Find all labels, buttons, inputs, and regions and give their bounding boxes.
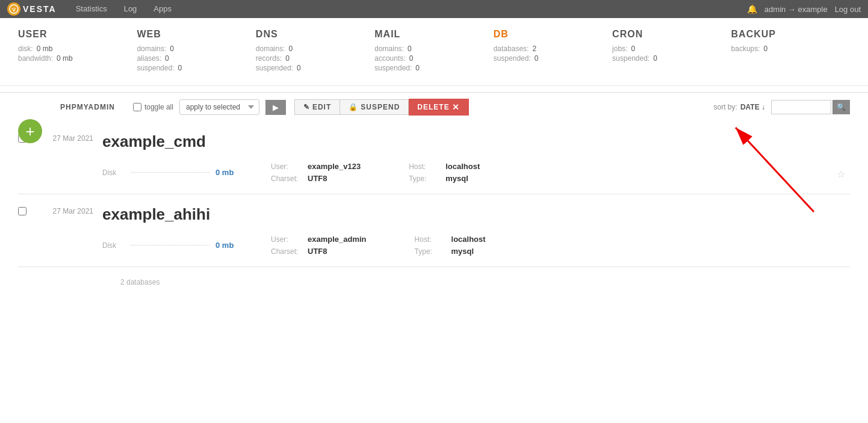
user-name: admin → example: [764, 5, 828, 14]
suspend-button[interactable]: 🔒 SUSPEND: [340, 99, 409, 115]
action-buttons-inline: ✎ EDIT 🔒 SUSPEND DELETE ✕: [294, 99, 469, 116]
delete-label: DELETE: [417, 103, 449, 111]
db-meta-cols-0: User: example_v123 Charset: UTF8 Host:: [271, 162, 480, 183]
user-area: 🔔 admin → example Log out: [747, 4, 861, 14]
meta-col-right-1: Host: localhost Type: mysql: [415, 235, 486, 256]
main-content: + PHPMYADMIN toggle all apply to selecte…: [0, 93, 868, 292]
toggle-all-checkbox[interactable]: [133, 103, 141, 111]
add-database-button[interactable]: +: [18, 119, 42, 143]
meta-type-row-1: Type: mysql: [415, 247, 486, 256]
meta-user-row-1: User: example_admin: [271, 235, 367, 244]
toggle-all-area: toggle all: [133, 103, 173, 111]
stat-user-title: USER: [18, 29, 125, 40]
table-row: 27 Mar 2021 example_ahihi Disk 0 mb User…: [18, 194, 850, 267]
stat-db: DB databases:2 suspended:0: [494, 29, 612, 79]
meta-col-right-0: Host: localhost Type: mysql: [409, 162, 480, 183]
meta-host-row-1: Host: localhost: [415, 235, 486, 244]
bell-icon: 🔔: [747, 4, 757, 14]
db-count: 2 databases: [120, 278, 160, 286]
suspend-label: SUSPEND: [361, 103, 400, 111]
apply-select[interactable]: apply to selected suspend unsuspend dele…: [179, 99, 259, 115]
logo-text: VESTA: [23, 4, 57, 14]
stat-dns: DNS domains:0 records:0 suspended:0: [256, 29, 374, 79]
disk-label-0: Disk: [102, 168, 125, 177]
delete-icon: ✕: [452, 102, 460, 112]
sort-area: sort by: DATE ↓: [714, 103, 765, 111]
edit-icon: ✎: [303, 103, 310, 111]
disk-label-1: Disk: [102, 241, 125, 250]
top-nav: Statistics Log Apps: [67, 0, 747, 18]
disk-dots-0: [131, 172, 209, 173]
nav-statistics[interactable]: Statistics: [67, 0, 116, 18]
table-row: 27 Mar 2021 example_cmd Disk 0 mb User: …: [18, 122, 850, 194]
search-box: 🔍: [771, 100, 850, 114]
sort-value[interactable]: DATE ↓: [740, 103, 765, 111]
delete-button[interactable]: DELETE ✕: [409, 99, 468, 116]
meta-type-row-0: Type: mysql: [409, 174, 480, 183]
stat-dns-title: DNS: [256, 29, 362, 40]
go-button[interactable]: ▶: [265, 100, 286, 115]
disk-value-0: 0 mb: [215, 168, 234, 177]
db-meta-0: Disk 0 mb User: example_v123 Charset:: [102, 162, 832, 183]
db-disk-0: Disk 0 mb: [102, 162, 235, 183]
db-info-1: example_ahihi Disk 0 mb User: example_ad…: [102, 205, 850, 256]
meta-charset-row-0: Charset: UTF8: [271, 174, 361, 183]
meta-charset-row-1: Charset: UTF8: [271, 247, 367, 256]
stat-user: USER disk: 0 mb bandwidth: 0 mb: [18, 29, 137, 79]
sort-label: sort by:: [714, 103, 737, 111]
db-list: 27 Mar 2021 example_cmd Disk 0 mb User: …: [0, 122, 868, 292]
stat-mail-title: MAIL: [374, 29, 481, 40]
db-star-0[interactable]: ☆: [832, 132, 850, 180]
meta-col-left-1: User: example_admin Charset: UTF8: [271, 235, 367, 256]
db-name-1[interactable]: example_ahihi: [102, 205, 850, 224]
logo-icon: V: [7, 2, 20, 16]
stat-cron-title: CRON: [612, 29, 719, 40]
topbar: V VESTA Statistics Log Apps 🔔 admin → ex…: [0, 0, 868, 18]
disk-dots-1: [131, 245, 209, 245]
suspend-icon: 🔒: [349, 103, 358, 111]
db-name-0[interactable]: example_cmd: [102, 132, 832, 151]
db-disk-1: Disk 0 mb: [102, 235, 235, 256]
nav-log[interactable]: Log: [116, 0, 146, 18]
stat-backup-title: BACKUP: [731, 29, 838, 40]
meta-user-row-0: User: example_v123: [271, 162, 361, 171]
db-meta-1: Disk 0 mb User: example_admin Charset:: [102, 235, 850, 256]
meta-host-row-0: Host: localhost: [409, 162, 480, 171]
db-date-0: 27 Mar 2021: [36, 132, 102, 143]
search-button[interactable]: 🔍: [832, 100, 850, 114]
db-checkbox-area-1: [18, 205, 36, 217]
phpmyadmin-link[interactable]: PHPMYADMIN: [60, 103, 115, 111]
stat-web: WEB domains:0 aliases:0 suspended:0: [137, 29, 255, 79]
db-checkbox-1[interactable]: [18, 207, 26, 215]
search-input[interactable]: [771, 100, 831, 114]
stat-user-bandwidth: bandwidth: 0 mb: [18, 54, 125, 63]
logout-link[interactable]: Log out: [835, 5, 861, 14]
toggle-all-label: toggle all: [144, 103, 173, 111]
stat-user-disk: disk: 0 mb: [18, 45, 125, 53]
nav-apps[interactable]: Apps: [145, 0, 180, 18]
stat-backup: BACKUP backups:0: [731, 29, 850, 79]
db-date-1: 27 Mar 2021: [36, 205, 102, 215]
edit-button[interactable]: ✎ EDIT: [294, 99, 340, 115]
db-info-0: example_cmd Disk 0 mb User: example_v123: [102, 132, 832, 183]
svg-text:V: V: [12, 7, 16, 13]
toolbar: PHPMYADMIN toggle all apply to selected …: [0, 93, 868, 122]
stats-section: USER disk: 0 mb bandwidth: 0 mb WEB doma…: [0, 18, 868, 86]
meta-col-left-0: User: example_v123 Charset: UTF8: [271, 162, 361, 183]
stat-mail: MAIL domains:0 accounts:0 suspended:0: [374, 29, 493, 79]
edit-label: EDIT: [312, 103, 331, 111]
db-meta-cols-1: User: example_admin Charset: UTF8 Host:: [271, 235, 486, 256]
stat-web-title: WEB: [137, 29, 243, 40]
disk-value-1: 0 mb: [215, 241, 234, 250]
logo[interactable]: V VESTA: [7, 2, 57, 16]
stat-cron: CRON jobs:0 suspended:0: [612, 29, 731, 79]
stat-db-title: DB: [494, 29, 600, 40]
db-footer: 2 databases: [18, 267, 850, 292]
